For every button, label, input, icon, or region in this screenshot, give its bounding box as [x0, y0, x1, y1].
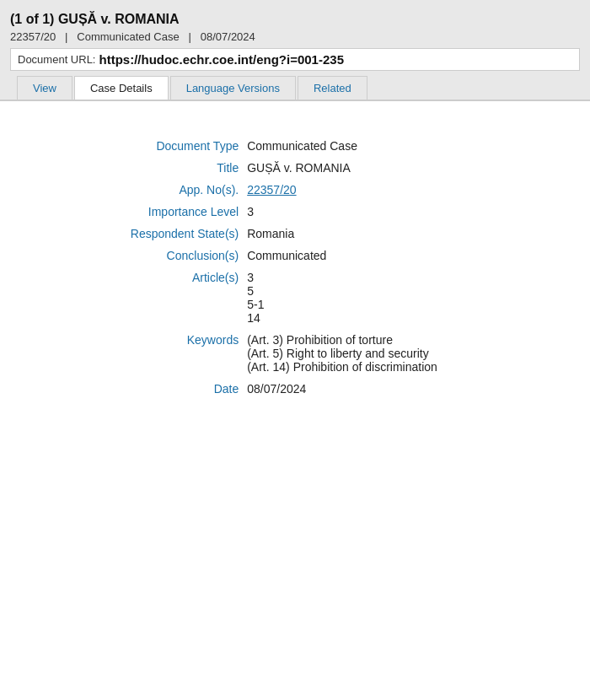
document-url-label: Document URL:: [18, 53, 95, 66]
document-url-row: Document URL: https://hudoc.echr.coe.int…: [10, 48, 580, 71]
label-title: Title: [45, 157, 247, 179]
tab-view[interactable]: View: [17, 76, 72, 100]
field-row-app-no: App. No(s). 22357/20: [45, 179, 545, 201]
label-importance: Importance Level: [45, 201, 247, 223]
value-importance: 3: [247, 201, 545, 223]
value-articles: 3 5 5-1 14: [247, 267, 545, 329]
label-date: Date: [45, 378, 247, 400]
details-table: Document Type Communicated Case Title GU…: [45, 135, 545, 400]
label-conclusion: Conclusion(s): [45, 245, 247, 267]
field-row-conclusion: Conclusion(s) Communicated: [45, 245, 545, 267]
app-no: 22357/20: [10, 30, 56, 43]
tab-language-versions[interactable]: Language Versions: [170, 76, 296, 100]
field-row-respondent: Respondent State(s) Romania: [45, 223, 545, 245]
label-articles: Article(s): [45, 267, 247, 329]
article-value-3: 3: [247, 271, 537, 284]
case-meta: 22357/20 | Communicated Case | 08/07/202…: [10, 30, 580, 48]
keyword-art14: (Art. 14) Prohibition of discrimination: [247, 360, 537, 374]
tab-case-details[interactable]: Case Details: [74, 76, 169, 100]
value-app-no: 22357/20: [247, 179, 545, 201]
field-row-importance: Importance Level 3: [45, 201, 545, 223]
field-row-keywords: Keywords (Art. 3) Prohibition of torture…: [45, 329, 545, 378]
article-value-14: 14: [247, 311, 537, 325]
field-row-articles: Article(s) 3 5 5-1 14: [45, 267, 545, 329]
value-date: 08/07/2024: [247, 378, 545, 400]
value-respondent: Romania: [247, 223, 545, 245]
label-document-type: Document Type: [45, 135, 247, 157]
app-no-link[interactable]: 22357/20: [247, 183, 296, 197]
keyword-art3: (Art. 3) Prohibition of torture: [247, 333, 537, 347]
tab-related[interactable]: Related: [298, 76, 367, 100]
document-url-value: https://hudoc.echr.coe.int/eng?i=001-235: [99, 52, 344, 67]
label-keywords: Keywords: [45, 329, 247, 378]
case-title: (1 of 1) GUȘĂ v. ROMANIA: [10, 7, 580, 30]
value-document-type: Communicated Case: [247, 135, 545, 157]
field-row-date: Date 08/07/2024: [45, 378, 545, 400]
doc-type-short: Communicated Case: [77, 30, 179, 43]
content-area: Document Type Communicated Case Title GU…: [0, 101, 590, 417]
value-conclusion: Communicated: [247, 245, 545, 267]
field-row-document-type: Document Type Communicated Case: [45, 135, 545, 157]
value-title: GUȘĂ v. ROMANIA: [247, 157, 545, 179]
tabs-row: View Case Details Language Versions Rela…: [10, 71, 580, 100]
field-row-title: Title GUȘĂ v. ROMANIA: [45, 157, 545, 179]
label-respondent: Respondent State(s): [45, 223, 247, 245]
article-value-5: 5: [247, 284, 537, 298]
header-date: 08/07/2024: [201, 30, 255, 43]
header-section: (1 of 1) GUȘĂ v. ROMANIA 22357/20 | Comm…: [0, 0, 590, 100]
keyword-art5: (Art. 5) Right to liberty and security: [247, 347, 537, 360]
label-app-no: App. No(s).: [45, 179, 247, 201]
article-value-5-1: 5-1: [247, 298, 537, 311]
value-keywords: (Art. 3) Prohibition of torture (Art. 5)…: [247, 329, 545, 378]
